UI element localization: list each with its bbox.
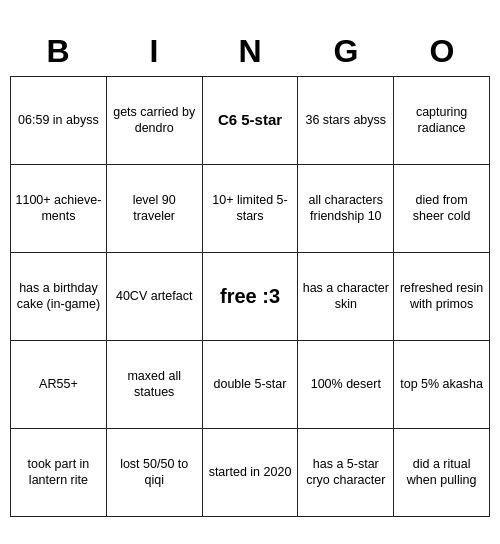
bingo-header: B I N G O — [10, 27, 490, 76]
bingo-cell-2[interactable]: C6 5-star — [203, 77, 299, 165]
bingo-cell-18[interactable]: 100% desert — [298, 341, 394, 429]
header-i: I — [110, 33, 198, 70]
bingo-cell-15[interactable]: AR55+ — [11, 341, 107, 429]
bingo-cell-3[interactable]: 36 stars abyss — [298, 77, 394, 165]
header-b: B — [14, 33, 102, 70]
bingo-cell-10[interactable]: has a birthday cake (in-game) — [11, 253, 107, 341]
bingo-cell-6[interactable]: level 90 traveler — [107, 165, 203, 253]
bingo-cell-13[interactable]: has a character skin — [298, 253, 394, 341]
bingo-cell-9[interactable]: died from sheer cold — [394, 165, 490, 253]
header-o: O — [398, 33, 486, 70]
bingo-cell-11[interactable]: 40CV artefact — [107, 253, 203, 341]
header-n: N — [206, 33, 294, 70]
bingo-cell-23[interactable]: has a 5-star cryo character — [298, 429, 394, 517]
bingo-cell-0[interactable]: 06:59 in abyss — [11, 77, 107, 165]
bingo-cell-24[interactable]: did a ritual when pulling — [394, 429, 490, 517]
bingo-cell-16[interactable]: maxed all statues — [107, 341, 203, 429]
bingo-cell-7[interactable]: 10+ limited 5-stars — [203, 165, 299, 253]
bingo-cell-12[interactable]: free :3 — [203, 253, 299, 341]
bingo-cell-17[interactable]: double 5-star — [203, 341, 299, 429]
bingo-cell-22[interactable]: started in 2020 — [203, 429, 299, 517]
bingo-cell-20[interactable]: took part in lantern rite — [11, 429, 107, 517]
bingo-cell-19[interactable]: top 5% akasha — [394, 341, 490, 429]
bingo-cell-4[interactable]: capturing radiance — [394, 77, 490, 165]
bingo-cell-21[interactable]: lost 50/50 to qiqi — [107, 429, 203, 517]
bingo-cell-8[interactable]: all characters friendship 10 — [298, 165, 394, 253]
bingo-grid: 06:59 in abyssgets carried by dendroC6 5… — [10, 76, 490, 517]
bingo-cell-1[interactable]: gets carried by dendro — [107, 77, 203, 165]
bingo-cell-14[interactable]: refreshed resin with primos — [394, 253, 490, 341]
header-g: G — [302, 33, 390, 70]
bingo-card: B I N G O 06:59 in abyssgets carried by … — [10, 27, 490, 517]
bingo-cell-5[interactable]: 1100+ achieve-ments — [11, 165, 107, 253]
